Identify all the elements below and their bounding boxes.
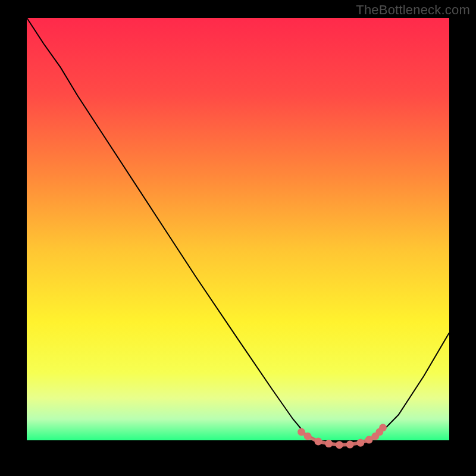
svg-point-3 xyxy=(315,437,322,445)
svg-point-2 xyxy=(304,433,312,440)
chart-frame: TheBottleneck.com xyxy=(0,0,476,476)
flat-region-markers xyxy=(298,424,387,449)
svg-point-1 xyxy=(298,428,305,436)
svg-point-6 xyxy=(346,441,354,449)
svg-point-5 xyxy=(336,441,343,449)
bottleneck-curve xyxy=(27,18,449,445)
curve-layer xyxy=(27,18,449,449)
svg-point-7 xyxy=(357,439,365,447)
watermark-text: TheBottleneck.com xyxy=(356,2,470,18)
plot-area xyxy=(27,18,449,449)
svg-point-4 xyxy=(325,440,333,447)
svg-point-11 xyxy=(379,424,387,431)
